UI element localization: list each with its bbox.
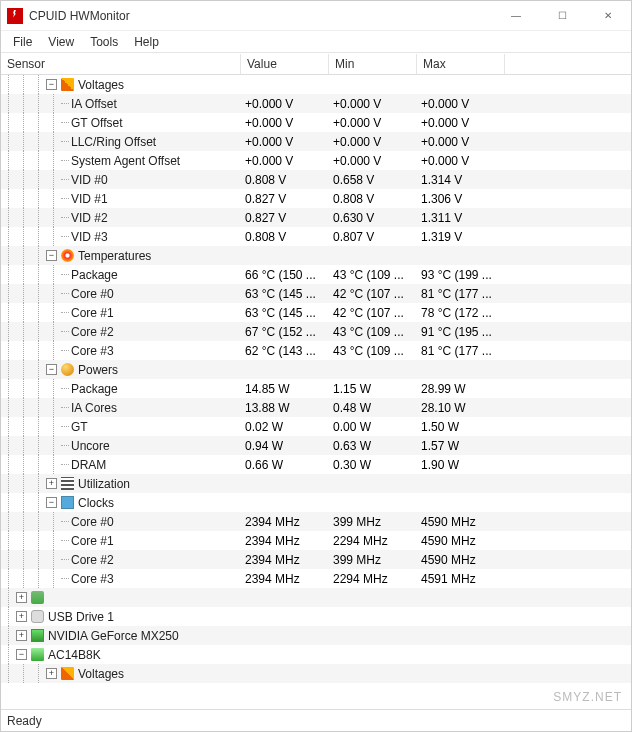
row-max: 93 °C (199 ... — [417, 268, 505, 282]
bat-icon — [31, 648, 44, 661]
chip-icon — [31, 591, 44, 604]
toggle-icon[interactable]: + — [46, 478, 57, 489]
device-battery[interactable]: −AC14B8K — [1, 645, 631, 664]
row-value: 2394 MHz — [241, 553, 329, 567]
header-sensor[interactable]: Sensor — [1, 54, 241, 74]
toggle-icon[interactable]: − — [16, 649, 27, 660]
toggle-icon[interactable]: + — [46, 668, 57, 679]
power-row[interactable]: DRAM0.66 W0.30 W1.90 W — [1, 455, 631, 474]
row-label: DRAM — [71, 458, 106, 472]
menu-file[interactable]: File — [5, 33, 40, 51]
row-value: +0.000 V — [241, 97, 329, 111]
voltage-row[interactable]: LLC/Ring Offset+0.000 V+0.000 V+0.000 V — [1, 132, 631, 151]
row-label: AC14B8K — [48, 648, 101, 662]
row-max: +0.000 V — [417, 154, 505, 168]
clock-row[interactable]: Core #32394 MHz2294 MHz4591 MHz — [1, 569, 631, 588]
group-powers[interactable]: −Powers — [1, 360, 631, 379]
power-row[interactable]: GT0.02 W0.00 W1.50 W — [1, 417, 631, 436]
temperature-row[interactable]: Core #267 °C (152 ...43 °C (109 ...91 °C… — [1, 322, 631, 341]
temps-icon — [61, 249, 74, 262]
temperature-row[interactable]: Package66 °C (150 ...43 °C (109 ...93 °C… — [1, 265, 631, 284]
row-value: 0.827 V — [241, 211, 329, 225]
voltage-row[interactable]: VID #10.827 V0.808 V1.306 V — [1, 189, 631, 208]
clock-row[interactable]: Core #12394 MHz2294 MHz4590 MHz — [1, 531, 631, 550]
row-value: 0.827 V — [241, 192, 329, 206]
row-max: 78 °C (172 ... — [417, 306, 505, 320]
gpu-icon — [31, 629, 44, 642]
group-voltages[interactable]: −Voltages — [1, 75, 631, 94]
close-button[interactable]: ✕ — [585, 1, 631, 31]
device-usb[interactable]: +USB Drive 1 — [1, 607, 631, 626]
toggle-icon[interactable]: + — [16, 592, 27, 603]
voltage-row[interactable]: IA Offset+0.000 V+0.000 V+0.000 V — [1, 94, 631, 113]
group-temperatures[interactable]: −Temperatures — [1, 246, 631, 265]
row-label: Core #0 — [71, 287, 114, 301]
header-min[interactable]: Min — [329, 54, 417, 74]
power-row[interactable]: IA Cores13.88 W0.48 W28.10 W — [1, 398, 631, 417]
row-label: Temperatures — [78, 249, 151, 263]
voltage-row[interactable]: VID #20.827 V0.630 V1.311 V — [1, 208, 631, 227]
row-value: 63 °C (145 ... — [241, 306, 329, 320]
row-max: 1.314 V — [417, 173, 505, 187]
row-label: Voltages — [78, 78, 124, 92]
minimize-button[interactable]: — — [493, 1, 539, 31]
row-min: 0.658 V — [329, 173, 417, 187]
header-value[interactable]: Value — [241, 54, 329, 74]
titlebar: CPUID HWMonitor — ☐ ✕ — [1, 1, 631, 31]
group-voltages-battery[interactable]: +Voltages — [1, 664, 631, 683]
toggle-icon[interactable]: + — [16, 611, 27, 622]
toggle-icon[interactable]: − — [46, 497, 57, 508]
clock-row[interactable]: Core #22394 MHz399 MHz4590 MHz — [1, 550, 631, 569]
power-row[interactable]: Package14.85 W1.15 W28.99 W — [1, 379, 631, 398]
voltage-row[interactable]: System Agent Offset+0.000 V+0.000 V+0.00… — [1, 151, 631, 170]
row-value: 67 °C (152 ... — [241, 325, 329, 339]
toggle-icon[interactable]: − — [46, 364, 57, 375]
menu-view[interactable]: View — [40, 33, 82, 51]
row-min: 0.808 V — [329, 192, 417, 206]
row-min: 0.630 V — [329, 211, 417, 225]
row-min: 0.807 V — [329, 230, 417, 244]
row-label: Core #3 — [71, 344, 114, 358]
row-max: 81 °C (177 ... — [417, 344, 505, 358]
maximize-button[interactable]: ☐ — [539, 1, 585, 31]
row-min: 43 °C (109 ... — [329, 268, 417, 282]
voltage-row[interactable]: VID #00.808 V0.658 V1.314 V — [1, 170, 631, 189]
row-min: 43 °C (109 ... — [329, 325, 417, 339]
row-min: 1.15 W — [329, 382, 417, 396]
voltage-row[interactable]: GT Offset+0.000 V+0.000 V+0.000 V — [1, 113, 631, 132]
clock-row[interactable]: Core #02394 MHz399 MHz4590 MHz — [1, 512, 631, 531]
menu-help[interactable]: Help — [126, 33, 167, 51]
row-value: +0.000 V — [241, 116, 329, 130]
toggle-icon[interactable]: + — [16, 630, 27, 641]
row-min: 43 °C (109 ... — [329, 344, 417, 358]
temperature-row[interactable]: Core #362 °C (143 ...43 °C (109 ...81 °C… — [1, 341, 631, 360]
row-value: 2394 MHz — [241, 534, 329, 548]
row-max: 1.57 W — [417, 439, 505, 453]
voltages-icon — [61, 78, 74, 91]
row-value: 66 °C (150 ... — [241, 268, 329, 282]
row-label: Utilization — [78, 477, 130, 491]
row-value: 2394 MHz — [241, 572, 329, 586]
row-label: Core #1 — [71, 534, 114, 548]
row-label: Core #0 — [71, 515, 114, 529]
device-unknown[interactable]: + — [1, 588, 631, 607]
device-gpu[interactable]: +NVIDIA GeForce MX250 — [1, 626, 631, 645]
group-clocks[interactable]: −Clocks — [1, 493, 631, 512]
row-min: 2294 MHz — [329, 572, 417, 586]
voltage-row[interactable]: VID #30.808 V0.807 V1.319 V — [1, 227, 631, 246]
row-min: 2294 MHz — [329, 534, 417, 548]
group-utilization[interactable]: +Utilization — [1, 474, 631, 493]
row-label: VID #3 — [71, 230, 108, 244]
row-label: Uncore — [71, 439, 110, 453]
row-max: +0.000 V — [417, 135, 505, 149]
header-max[interactable]: Max — [417, 54, 505, 74]
menu-tools[interactable]: Tools — [82, 33, 126, 51]
temperature-row[interactable]: Core #163 °C (145 ...42 °C (107 ...78 °C… — [1, 303, 631, 322]
toggle-icon[interactable]: − — [46, 79, 57, 90]
power-row[interactable]: Uncore0.94 W0.63 W1.57 W — [1, 436, 631, 455]
app-icon — [7, 8, 23, 24]
sensor-tree[interactable]: −VoltagesIA Offset+0.000 V+0.000 V+0.000… — [1, 75, 631, 709]
row-max: 4590 MHz — [417, 553, 505, 567]
temperature-row[interactable]: Core #063 °C (145 ...42 °C (107 ...81 °C… — [1, 284, 631, 303]
toggle-icon[interactable]: − — [46, 250, 57, 261]
